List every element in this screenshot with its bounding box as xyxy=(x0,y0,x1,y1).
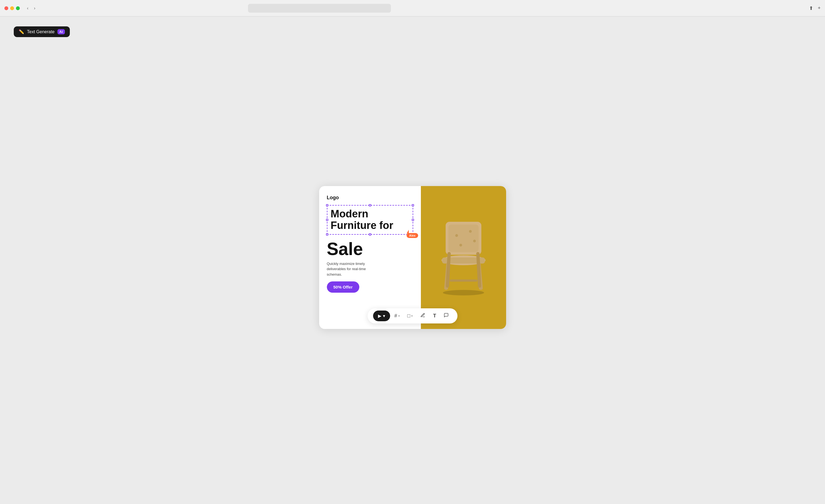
pen-icon xyxy=(420,313,425,319)
close-button[interactable] xyxy=(4,6,8,10)
badge-label: Text Generate xyxy=(27,29,55,34)
pencil-icon: ✏️ xyxy=(19,29,24,34)
design-card: Logo Modern Furniture for xyxy=(319,186,506,329)
svg-rect-12 xyxy=(450,279,477,282)
handle-tm xyxy=(369,204,371,206)
description-text: Quickly maximize timely deliverables for… xyxy=(327,261,379,277)
comment-icon xyxy=(444,313,449,319)
text-generate-badge[interactable]: ✏️ Text Generate Ai xyxy=(14,26,70,37)
back-button[interactable]: ‹ xyxy=(25,5,30,11)
new-tab-button[interactable]: + xyxy=(818,5,821,11)
handle-tr xyxy=(412,204,414,206)
ai-badge-label: Ai xyxy=(58,29,65,34)
text-icon: T xyxy=(433,313,436,319)
browser-chrome: ‹ › ⬆ + xyxy=(0,0,825,16)
frame-dropdown-arrow: ▾ xyxy=(398,314,400,317)
pen-tool-button[interactable] xyxy=(417,311,429,321)
chair-container xyxy=(421,186,506,329)
handle-mr xyxy=(412,219,414,221)
svg-rect-1 xyxy=(448,225,478,252)
sale-text: Sale xyxy=(327,240,413,258)
shape-icon: □ xyxy=(407,313,410,319)
toolbar: ▶ ▾ # ▾ □ ▾ T xyxy=(368,308,458,324)
frame-tool-button[interactable]: # ▾ xyxy=(391,311,403,321)
svg-point-13 xyxy=(443,290,484,296)
maximize-button[interactable] xyxy=(16,6,20,10)
browser-actions: ⬆ + xyxy=(809,5,821,11)
address-bar[interactable] xyxy=(248,4,391,13)
handle-bm xyxy=(369,233,371,236)
frame-icon: # xyxy=(394,313,397,319)
svg-point-2 xyxy=(455,234,458,237)
minimize-button[interactable] xyxy=(10,6,14,10)
share-button[interactable]: ⬆ xyxy=(809,5,813,11)
handle-tl xyxy=(326,204,328,206)
select-dropdown-arrow: ▾ xyxy=(383,313,385,319)
cursor-user-label: Alex xyxy=(406,233,418,238)
nav-arrows: ‹ › xyxy=(25,5,37,11)
design-left-panel: Logo Modern Furniture for xyxy=(319,186,421,329)
logo-text: Logo xyxy=(327,195,413,200)
traffic-lights xyxy=(4,6,20,10)
svg-point-4 xyxy=(459,244,462,247)
handle-ml xyxy=(326,219,328,221)
main-area: ✏️ Text Generate Ai Logo xyxy=(0,16,825,504)
text-tool-button[interactable]: T xyxy=(430,311,439,321)
cursor-indicator: Alex xyxy=(406,230,418,238)
shape-dropdown-arrow: ▾ xyxy=(411,314,412,317)
design-right-panel xyxy=(421,186,506,329)
chair-illustration xyxy=(433,216,494,299)
shape-tool-button[interactable]: □ ▾ xyxy=(404,311,416,321)
select-tool-button[interactable]: ▶ ▾ xyxy=(373,311,390,321)
svg-point-3 xyxy=(469,230,472,233)
headline-text: Modern Furniture for xyxy=(331,208,409,231)
svg-point-5 xyxy=(473,240,476,242)
selected-text-box[interactable]: Modern Furniture for Alex xyxy=(327,205,413,235)
handle-bl xyxy=(326,233,328,236)
select-icon: ▶ xyxy=(378,313,381,319)
canvas-container: Logo Modern Furniture for xyxy=(319,186,506,329)
forward-button[interactable]: › xyxy=(32,5,37,11)
comment-tool-button[interactable] xyxy=(440,311,452,321)
offer-button[interactable]: 50% Offer xyxy=(327,281,359,293)
